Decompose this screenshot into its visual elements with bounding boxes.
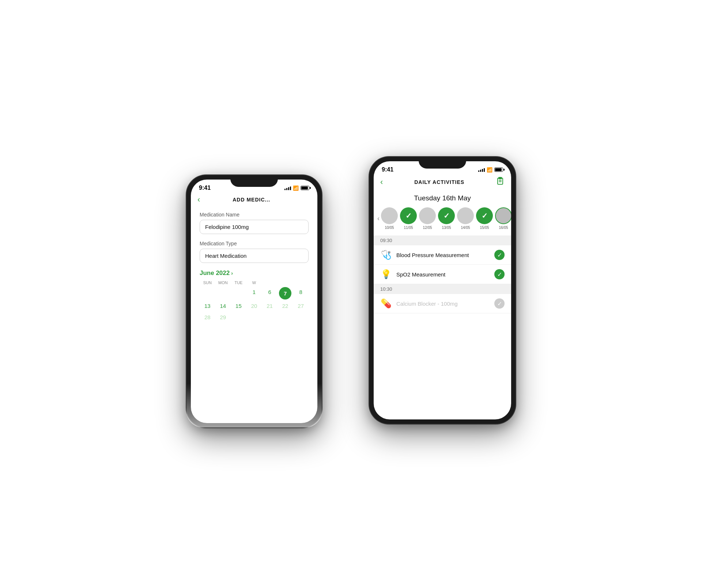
calcium-icon: 💊 <box>380 298 392 309</box>
cal-day-29[interactable]: 29 <box>215 312 231 322</box>
spo2-check: ✓ <box>494 269 505 279</box>
cal-day-empty-1 <box>200 287 215 299</box>
cal-day-21[interactable]: 21 <box>262 301 278 311</box>
status-icons-front: 📶 <box>478 167 503 173</box>
day-circle-1205 <box>419 207 436 224</box>
notch-back <box>230 175 278 187</box>
bp-icon: 🩺 <box>380 250 392 260</box>
cal-day-27[interactable]: 27 <box>293 301 309 311</box>
signal-back <box>284 186 291 190</box>
nav-title-front: DAILY ACTIVITIES <box>414 179 464 185</box>
add-med-content: Medication Name Felodipine 100mg Medicat… <box>191 208 317 326</box>
status-icons-back: 📶 <box>284 185 309 191</box>
day-label-1205: 12/05 <box>423 226 432 230</box>
check-icon-1305: ✓ <box>444 211 450 220</box>
cal-header[interactable]: June 2022 › <box>200 270 309 277</box>
cal-day-empty-2 <box>215 287 231 299</box>
phone-front: 9:41 📶 ‹ DAILY ACTIVITIE <box>369 157 516 424</box>
type-label: Medication Type <box>200 241 309 246</box>
back-button-back[interactable]: ‹ <box>197 195 200 204</box>
cal-day-1[interactable]: 1 <box>246 287 262 299</box>
cal-day-6[interactable]: 6 <box>262 287 278 299</box>
day-col-1105[interactable]: ✓ 11/05 <box>400 207 417 230</box>
name-input[interactable]: Felodipine 100mg <box>200 220 309 234</box>
activity-row-bp[interactable]: 🩺 Blood Pressure Measurement ✓ <box>374 245 511 265</box>
cal-day-28[interactable]: 28 <box>200 312 215 322</box>
day-label-1005: 10/05 <box>385 226 394 230</box>
name-label: Medication Name <box>200 212 309 218</box>
phone-back: 9:41 📶 ‹ ADD MEDIC... <box>186 175 322 427</box>
time-front: 9:41 <box>382 166 393 173</box>
day-col-1005[interactable]: 10/05 <box>381 207 398 230</box>
cal-day-15[interactable]: 15 <box>231 301 246 311</box>
day-label-1405: 14/05 <box>461 226 470 230</box>
day-col-1205[interactable]: 12/05 <box>419 207 436 230</box>
time-section-1030: 10:30 <box>374 284 511 294</box>
day-header-sun: SUN <box>200 280 215 285</box>
day-circle-1005 <box>381 207 398 224</box>
nav-title-back: ADD MEDIC... <box>233 197 270 203</box>
cal-day-7-today[interactable]: 7 <box>279 287 291 299</box>
cal-day-20[interactable]: 20 <box>246 301 262 311</box>
day-header-tue: TUE <box>231 280 246 285</box>
check-icon-1505: ✓ <box>482 211 488 220</box>
calcium-check: ✓ <box>494 298 505 309</box>
nav-bar-back: ‹ ADD MEDIC... <box>191 193 317 208</box>
day-label-1605: 16/05 <box>499 226 508 230</box>
wifi-back: 📶 <box>293 185 299 191</box>
calcium-name: Calcium Blocker - 100mg <box>396 301 494 307</box>
time-back: 9:41 <box>199 185 211 191</box>
day-circle-1605 <box>495 207 511 224</box>
activity-row-spo2[interactable]: 💡 SpO2 Measurement ✓ <box>374 265 511 284</box>
day-circle-1405 <box>457 207 474 224</box>
day-label-1305: 13/05 <box>442 226 451 230</box>
week-days: 10/05 ✓ 11/05 12/05 ✓ <box>381 207 511 230</box>
day-circle-1305: ✓ <box>438 207 455 224</box>
check-icon-1105: ✓ <box>405 211 412 220</box>
day-header-wed: W <box>246 280 262 285</box>
week-strip: ‹ 10/05 ✓ 11/05 12/05 <box>374 207 511 235</box>
wifi-front: 📶 <box>487 167 492 173</box>
cal-day-empty-3 <box>231 287 246 299</box>
clipboard-icon[interactable] <box>496 177 505 188</box>
cal-day-22[interactable]: 22 <box>278 301 293 311</box>
back-button-front[interactable]: ‹ <box>380 177 383 187</box>
cal-day-13[interactable]: 13 <box>200 301 215 311</box>
signal-front <box>478 167 485 172</box>
screen-front: 9:41 📶 ‹ DAILY ACTIVITIE <box>374 161 511 419</box>
cal-days-header: SUN MON TUE W <box>200 280 309 285</box>
cal-month-year: June 2022 <box>200 270 230 277</box>
activity-row-calcium[interactable]: 💊 Calcium Blocker - 100mg ✓ <box>374 294 511 313</box>
day-col-1605[interactable]: 16/05 <box>495 207 511 230</box>
battery-front <box>494 167 503 172</box>
day-col-1505[interactable]: ✓ 15/05 <box>476 207 493 230</box>
nav-bar-front: ‹ DAILY ACTIVITIES <box>374 174 511 191</box>
time-section-0930: 09:30 <box>374 235 511 245</box>
cal-grid: 1 6 7 8 13 14 15 20 21 22 27 28 29 <box>200 287 309 322</box>
day-circle-1105: ✓ <box>400 207 417 224</box>
time-label-1030: 10:30 <box>380 286 392 292</box>
day-label-1505: 15/05 <box>480 226 489 230</box>
date-title: Tuesday 16th May <box>374 191 511 207</box>
bp-name: Blood Pressure Measurement <box>396 252 494 258</box>
day-header-mon: MON <box>215 280 231 285</box>
day-col-1405[interactable]: 14/05 <box>457 207 474 230</box>
cal-day-8[interactable]: 8 <box>293 287 309 299</box>
cal-day-14[interactable]: 14 <box>215 301 231 311</box>
bp-check: ✓ <box>494 250 505 260</box>
spo2-icon: 💡 <box>380 269 392 279</box>
spo2-name: SpO2 Measurement <box>396 271 494 278</box>
day-col-1305[interactable]: ✓ 13/05 <box>438 207 455 230</box>
type-input[interactable]: Heart Medication <box>200 249 309 263</box>
battery-back <box>301 186 309 190</box>
notch-front <box>419 157 466 169</box>
screen-back: 9:41 📶 ‹ ADD MEDIC... <box>191 180 317 423</box>
week-prev-icon[interactable]: ‹ <box>376 215 381 222</box>
cal-next-icon[interactable]: › <box>231 270 233 276</box>
day-label-1105: 11/05 <box>404 226 413 230</box>
scene: 9:41 📶 ‹ ADD MEDIC... <box>186 157 516 431</box>
day-circle-1505: ✓ <box>476 207 493 224</box>
time-label-0930: 09:30 <box>380 238 392 243</box>
